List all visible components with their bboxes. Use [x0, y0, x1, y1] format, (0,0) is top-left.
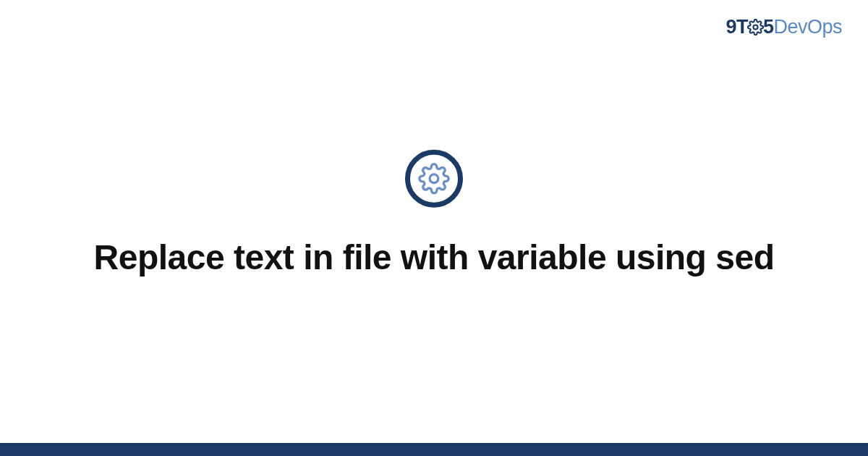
gear-icon — [747, 19, 764, 35]
site-logo: 9T 5DevOps — [726, 16, 842, 38]
main-content: Replace text in file with variable using… — [0, 150, 868, 279]
svg-point-0 — [753, 25, 757, 30]
page-title: Replace text in file with variable using… — [94, 237, 775, 279]
logo-ops: Ops — [807, 16, 842, 38]
gear-badge-icon — [405, 150, 463, 208]
svg-point-1 — [430, 174, 438, 183]
logo-t: T — [736, 16, 748, 38]
logo-five: 5 — [763, 16, 774, 38]
logo-nine: 9 — [726, 16, 736, 38]
footer-bar — [0, 443, 868, 456]
logo-dev: Dev — [773, 16, 807, 38]
